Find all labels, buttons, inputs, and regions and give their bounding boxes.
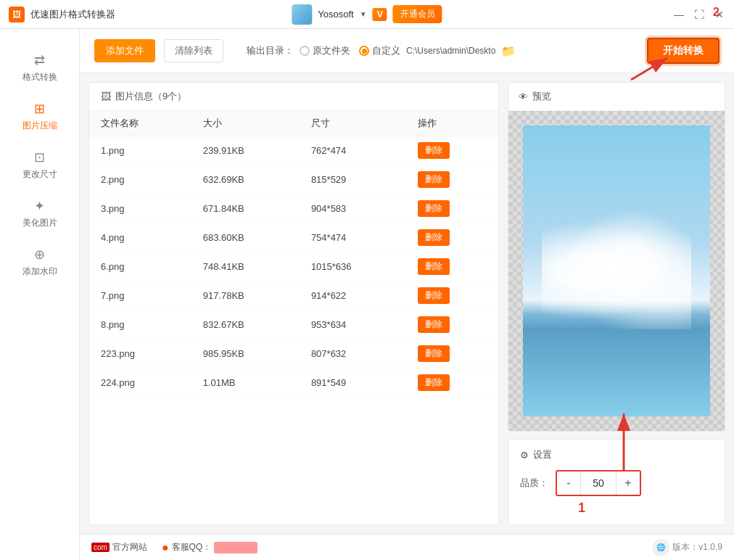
clear-list-button[interactable]: 清除列表	[164, 39, 223, 62]
add-file-button[interactable]: 添加文件	[94, 39, 155, 62]
file-dimension: 762*474	[300, 136, 406, 165]
file-dimension: 914*622	[300, 281, 406, 310]
minimize-button[interactable]: —	[673, 9, 685, 20]
user-name: Yososoft	[318, 9, 353, 20]
file-size: 239.91KB	[191, 136, 300, 165]
quality-value-input[interactable]	[580, 472, 617, 495]
titlebar-center: Yososoft ▼ V 开通会员	[292, 4, 442, 25]
toolbar: 添加文件 清除列表 输出目录： 原文件夹 自定义 C:\Users\admin\…	[80, 29, 734, 73]
file-panel-header: 🖼 图片信息（9个）	[89, 83, 498, 111]
com-badge: com	[91, 543, 110, 552]
table-row: 1.png 239.91KB 762*474 删除	[89, 136, 498, 165]
preview-header: 👁 预览 2	[508, 83, 725, 111]
vip-badge: V	[373, 8, 387, 21]
delete-button[interactable]: 删除	[418, 258, 450, 275]
user-dropdown-icon[interactable]: ▼	[360, 10, 367, 18]
file-action[interactable]: 删除	[406, 165, 498, 194]
service-qq-number	[214, 542, 257, 553]
website-label: 官方网站	[112, 541, 147, 553]
file-name: 2.png	[89, 165, 191, 194]
col-name: 文件名称	[89, 111, 191, 136]
delete-button[interactable]: 删除	[418, 229, 450, 246]
file-name: 3.png	[89, 194, 191, 223]
file-dimension: 1015*636	[300, 252, 406, 281]
table-row: 3.png 671.84KB 904*583 删除	[89, 194, 498, 223]
delete-button[interactable]: 删除	[418, 142, 450, 159]
sidebar-item-compress[interactable]: ⊞ 图片压缩	[0, 92, 79, 141]
file-size: 683.60KB	[191, 223, 300, 252]
file-table: 文件名称 大小 尺寸 操作 1.png 239.91KB 762*474 删除 …	[89, 111, 498, 524]
table-row: 2.png 632.69KB 815*529 删除	[89, 165, 498, 194]
bottom-website[interactable]: com 官方网站	[91, 541, 147, 553]
settings-row: 品质： - +	[520, 470, 713, 496]
resize-icon: ⊡	[34, 149, 45, 165]
file-dimension: 754*474	[300, 223, 406, 252]
service-icon: ●	[162, 541, 169, 554]
delete-button[interactable]: 删除	[418, 200, 450, 217]
bottom-service: ● 客服QQ：	[162, 541, 257, 554]
sidebar-item-beautify[interactable]: ✦ 美化图片	[0, 189, 79, 238]
quality-label: 品质：	[520, 477, 548, 490]
watermark-icon: ⊕	[34, 247, 45, 263]
file-size: 671.84KB	[191, 194, 300, 223]
quality-plus-button[interactable]: +	[617, 472, 640, 495]
file-action[interactable]: 删除	[406, 339, 498, 368]
vip-icon: V	[377, 9, 383, 20]
delete-button[interactable]: 删除	[418, 171, 450, 188]
preview-title: 预览	[532, 90, 551, 103]
output-path: C:\Users\admin\Deskto	[406, 46, 495, 56]
service-label: 客服QQ：	[172, 541, 212, 553]
content-area: 添加文件 清除列表 输出目录： 原文件夹 自定义 C:\Users\admin\…	[80, 29, 734, 560]
file-name: 7.png	[89, 281, 191, 310]
image-list-icon: 🖼	[101, 91, 111, 102]
file-action[interactable]: 删除	[406, 252, 498, 281]
file-dimension: 815*529	[300, 165, 406, 194]
delete-button[interactable]: 删除	[418, 374, 450, 391]
maximize-button[interactable]: ⛶	[693, 9, 705, 20]
bottom-bar: com 官方网站 ● 客服QQ： 🌐 版本：v1.0.9	[80, 534, 734, 560]
delete-button[interactable]: 删除	[418, 287, 450, 304]
file-action[interactable]: 删除	[406, 310, 498, 339]
file-dimension: 953*634	[300, 310, 406, 339]
file-action[interactable]: 删除	[406, 223, 498, 252]
quality-minus-button[interactable]: -	[557, 472, 580, 495]
file-size: 985.95KB	[191, 339, 300, 368]
delete-button[interactable]: 删除	[418, 345, 450, 362]
open-vip-button[interactable]: 开通会员	[393, 5, 442, 23]
file-action[interactable]: 删除	[406, 368, 498, 398]
start-convert-button[interactable]: 开始转换	[647, 38, 719, 64]
radio-original[interactable]: 原文件夹	[300, 44, 350, 57]
delete-button[interactable]: 删除	[418, 316, 450, 333]
user-avatar	[292, 4, 312, 25]
annotation-1: 1	[578, 501, 713, 516]
format-convert-icon: ⇄	[34, 52, 45, 68]
file-dimension: 807*632	[300, 339, 406, 368]
file-action[interactable]: 删除	[406, 281, 498, 310]
radio-custom[interactable]: 自定义	[359, 44, 400, 57]
file-name: 6.png	[89, 252, 191, 281]
sidebar-item-format-convert[interactable]: ⇄ 格式转换	[0, 44, 79, 92]
table-row: 6.png 748.41KB 1015*636 删除	[89, 252, 498, 281]
titlebar: 🖼 优速图片格式转换器 Yososoft ▼ V 开通会员 — ⛶ ✕	[0, 0, 734, 29]
table-row: 7.png 917.78KB 914*622 删除	[89, 281, 498, 310]
sidebar-item-resize[interactable]: ⊡ 更改尺寸	[0, 141, 79, 189]
table-row: 4.png 683.60KB 754*474 删除	[89, 223, 498, 252]
bottom-version: 🌐 版本：v1.0.9	[652, 539, 722, 556]
radio-custom-circle	[359, 46, 369, 56]
file-size: 832.67KB	[191, 310, 300, 339]
file-action[interactable]: 删除	[406, 136, 498, 165]
col-size: 大小	[191, 111, 300, 136]
sidebar: ⇄ 格式转换 ⊞ 图片压缩 ⊡ 更改尺寸 ✦ 美化图片 ⊕ 添加水印	[0, 29, 80, 560]
table-row: 223.png 985.95KB 807*632 删除	[89, 339, 498, 368]
app-logo: 🖼	[9, 7, 25, 22]
folder-browse-button[interactable]: 📁	[501, 44, 516, 58]
sidebar-item-watermark[interactable]: ⊕ 添加水印	[0, 238, 79, 287]
file-action[interactable]: 删除	[406, 194, 498, 223]
settings-title: 设置	[533, 448, 552, 461]
col-action: 操作	[406, 111, 498, 136]
file-panel-title: 图片信息（9个）	[115, 90, 186, 103]
compress-icon: ⊞	[34, 101, 45, 117]
file-name: 4.png	[89, 223, 191, 252]
preview-icon: 👁	[519, 91, 528, 102]
table-row: 224.png 1.01MB 891*549 删除	[89, 368, 498, 398]
